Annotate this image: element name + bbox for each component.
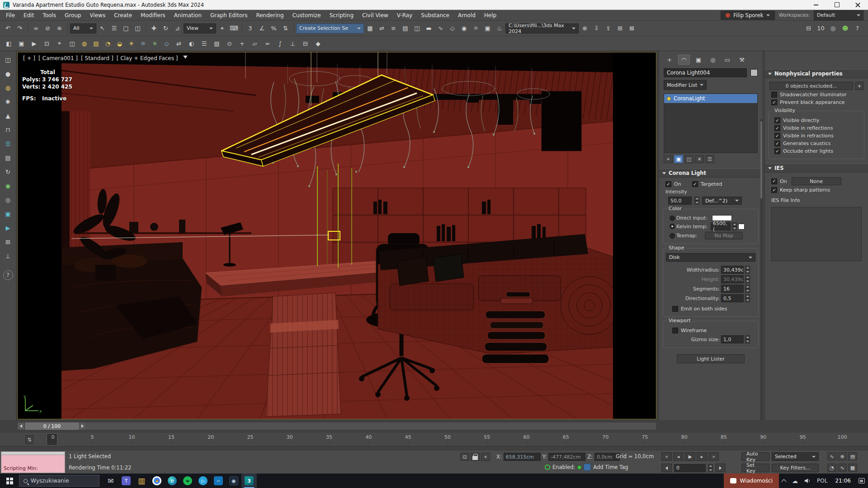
select-and-manipulate-icon[interactable]: ⌖ — [217, 23, 228, 34]
spotify-icon[interactable]: ≈ — [180, 474, 195, 488]
wireframe-checkbox[interactable]: Wireframe — [672, 328, 755, 333]
remove-modifier-icon[interactable]: ✕ — [695, 155, 704, 163]
measure-tape-icon[interactable]: ⊥ — [287, 38, 299, 50]
frame-indicator[interactable]: 0 / 100 — [25, 422, 79, 430]
reference-coordinate-dropdown[interactable]: View — [184, 23, 216, 33]
render-setup-icon[interactable]: ☼ — [470, 23, 481, 34]
lock-ui-icon[interactable]: ⊠ — [626, 23, 637, 34]
kelvin-spinner[interactable] — [732, 222, 737, 230]
keyboard-shortcut-override-icon[interactable]: ⌨ — [228, 23, 240, 34]
menu-help[interactable]: Help — [480, 12, 500, 19]
select-and-link-icon[interactable]: ∞ — [30, 23, 42, 34]
physical-camera-icon[interactable]: ⊙ — [223, 38, 236, 50]
tray-expand-button[interactable] — [779, 474, 789, 488]
corona-converter-icon[interactable]: ⇄ — [173, 38, 185, 50]
settings-gear-icon[interactable]: ✱ — [2, 96, 14, 108]
undo-icon[interactable]: ↶ — [2, 23, 14, 34]
time-tag-icon[interactable] — [584, 464, 591, 471]
y-coordinate-field[interactable]: -477,482cm — [548, 453, 585, 461]
keep-sharp-checkbox[interactable]: Keep sharp patterns — [771, 187, 868, 193]
segments-field[interactable]: 16 — [721, 285, 744, 293]
tab-utilities-icon[interactable]: ⚒ — [736, 55, 748, 65]
export-scene-icon[interactable]: ⇪ — [603, 23, 614, 34]
selected-keyset-dropdown[interactable]: Selected — [772, 452, 819, 461]
tab-motion-icon[interactable]: ◎ — [707, 55, 719, 65]
auto-key-button[interactable]: Auto Key — [741, 452, 769, 461]
tab-display-icon[interactable]: ▭ — [722, 55, 733, 65]
viewport-renderer-menu[interactable]: [ Standard ] — [81, 55, 113, 61]
corona-material-icon[interactable]: ◐ — [185, 38, 198, 50]
corona-vfb-icon[interactable]: ▣ — [15, 38, 28, 50]
add-exclude-button[interactable]: + — [855, 82, 863, 90]
menu-edit[interactable]: Edit — [19, 12, 38, 19]
show-key-times-icon[interactable]: ▦ — [848, 464, 857, 472]
corona-light-lister-icon[interactable]: ☰ — [198, 38, 210, 50]
new-key-settings-icon[interactable]: ⊕ — [838, 452, 847, 460]
next-frame-button[interactable]: ▸ — [697, 452, 707, 461]
maxscript-mini-listener[interactable]: Scripting Min: — [1, 451, 65, 473]
ruler-tick[interactable]: 90 — [755, 434, 771, 440]
time-slider[interactable]: 0 / 100 — [17, 422, 656, 430]
ruler-tick[interactable]: 30 — [282, 434, 297, 440]
cone-primitive-icon[interactable]: ▲ — [2, 110, 14, 122]
intensity-units-dropdown[interactable]: Def...^2) — [702, 197, 742, 205]
go-to-start-button[interactable]: « — [661, 452, 672, 461]
direct-input-radio-row[interactable]: Direct input: — [670, 215, 750, 221]
curve-editor-icon[interactable]: ∿ — [435, 23, 446, 34]
targeted-checkbox[interactable]: Targeted — [692, 181, 722, 187]
layer-list-icon[interactable]: ☰ — [2, 138, 14, 150]
section-plane-icon[interactable]: ⊟ — [299, 38, 311, 50]
mini-curve-editor-icon[interactable]: ∿ — [838, 464, 847, 472]
menu-civil-view[interactable]: Civil View — [358, 12, 392, 19]
corona-scatter-icon[interactable]: ✳ — [149, 38, 160, 49]
prevent-black-checkbox[interactable]: Prevent black appearance — [771, 99, 868, 105]
previous-frame-arrow[interactable] — [18, 422, 25, 430]
next-frame-arrow[interactable] — [79, 422, 86, 430]
frame-spinner[interactable] — [708, 464, 713, 472]
selection-filter-dropdown[interactable]: All — [70, 23, 96, 33]
isolate-selection-toggle-icon[interactable]: ⊡ — [460, 453, 469, 461]
gizmo-spinner[interactable] — [745, 335, 750, 343]
viewport-layouts-icon[interactable]: ⊟ — [803, 23, 814, 34]
menu-arnold[interactable]: Arnold — [454, 12, 480, 19]
snap-magnet-icon[interactable]: ⊓ — [2, 124, 14, 136]
language-indicator[interactable]: POL — [814, 474, 830, 488]
telegram-icon[interactable]: ▷ — [195, 474, 211, 488]
intensity-spinner[interactable] — [694, 197, 699, 205]
make-unique-icon[interactable]: ◫ — [684, 155, 693, 163]
ruler-tick[interactable]: 10 — [124, 434, 140, 440]
align-icon[interactable]: ≡ — [388, 23, 399, 34]
menu-v-ray[interactable]: V-Ray — [393, 12, 416, 19]
enable-ring-icon[interactable] — [545, 465, 550, 470]
viewport-canvas[interactable] — [61, 52, 613, 419]
tab-create-icon[interactable]: + — [664, 55, 675, 65]
taskbar-search-box[interactable]: Wyszukiwanie — [19, 475, 99, 487]
minimize-button[interactable] — [806, 0, 826, 9]
rectangular-selection-region-icon[interactable]: □ — [120, 23, 132, 34]
menu-modifiers[interactable]: Modifiers — [137, 12, 170, 19]
pin-stack-icon[interactable]: ⌖ — [664, 155, 673, 163]
previous-frame-button[interactable]: ◂ — [673, 452, 684, 461]
material-editor-icon[interactable]: ◉ — [458, 23, 470, 34]
percent-snap-icon[interactable]: % — [268, 23, 279, 34]
ruler-tick[interactable]: 50 — [440, 434, 455, 440]
rendered-frame-window-icon[interactable]: ▣ — [482, 23, 493, 34]
set-key-button[interactable]: Set Key — [741, 464, 769, 472]
selection-lock-icon[interactable] — [471, 453, 480, 461]
select-and-scale-icon[interactable]: ⊿ — [172, 23, 183, 34]
modifier-list-dropdown[interactable]: Modifier List — [664, 80, 707, 90]
container-box-icon[interactable]: ▣ — [2, 208, 14, 220]
vscode-icon[interactable]: ‹› — [211, 474, 226, 488]
select-object-icon[interactable]: ↖ — [97, 23, 108, 34]
check-visible-directly[interactable]: Visible directly — [774, 117, 861, 123]
tab-modify-icon[interactable]: ◠ — [678, 55, 690, 65]
corona-camera-icon[interactable]: ◫ — [66, 38, 78, 50]
mail-icon[interactable]: ✉ — [103, 474, 118, 488]
window-crossing-toggle-icon[interactable]: ◫ — [132, 23, 143, 34]
corona-volume-grid-icon[interactable]: ▨ — [211, 38, 223, 50]
user-avatar-icon[interactable]: ☻ — [840, 23, 851, 34]
exclude-objects-button[interactable]: 0 objects excluded... — [769, 82, 853, 90]
menu-tools[interactable]: Tools — [38, 12, 60, 19]
ruler-tick[interactable]: 40 — [361, 434, 376, 440]
menu-scripting[interactable]: Scripting — [326, 12, 358, 19]
